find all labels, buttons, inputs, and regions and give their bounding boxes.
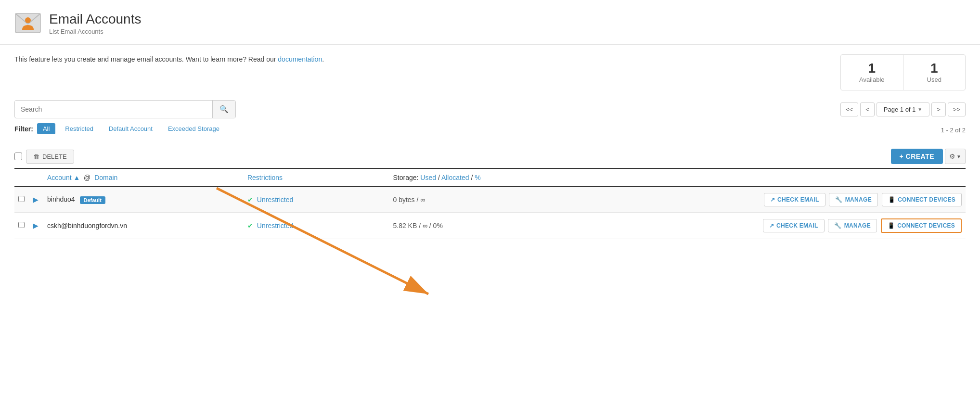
row2-account-cell: cskh@binhduongfordvn.vn <box>43 213 244 239</box>
pagination-first-button[interactable]: << <box>840 102 858 116</box>
row1-check-email-icon: ↗ <box>770 196 775 203</box>
row2-expand-cell[interactable]: ▶ <box>29 213 43 239</box>
select-all-checkbox[interactable] <box>14 153 22 160</box>
documentation-link[interactable]: documentation <box>278 55 322 63</box>
row1-expand-cell[interactable]: ▶ <box>29 187 43 213</box>
description-after-link: . <box>322 55 324 63</box>
th-checkbox <box>14 169 29 187</box>
pagination-prev-button[interactable]: < <box>860 102 875 116</box>
pagination-last-button[interactable]: >> <box>948 102 966 116</box>
create-button[interactable]: + CREATE <box>891 149 943 164</box>
row2-check-icon: ✔ <box>247 222 253 230</box>
storage-sep2: / <box>471 174 475 181</box>
gear-icon: ⚙ <box>949 153 955 160</box>
sort-percent-link[interactable]: % <box>475 174 480 181</box>
row2-connect-icon: 📱 <box>888 222 895 229</box>
email-accounts-icon <box>14 10 41 37</box>
settings-chevron: ▼ <box>956 154 961 159</box>
row2-restriction-link[interactable]: Unrestricted <box>257 222 293 230</box>
row1-checkbox-cell <box>14 187 29 213</box>
pagination-next-button[interactable]: > <box>931 102 946 116</box>
storage-label: Storage: <box>393 174 420 181</box>
search-button[interactable]: 🔍 <box>212 101 235 118</box>
search-input[interactable] <box>15 101 212 117</box>
sort-account-link[interactable]: Account ▲ <box>47 174 80 181</box>
row2-check-email-button[interactable]: ↗ CHECK EMAIL <box>763 219 825 232</box>
filter-row: Filter: All Restricted Default Account E… <box>14 123 225 134</box>
row1-storage-text: 0 bytes / ∞ <box>393 196 425 204</box>
email-table: Account ▲ @ Domain Restrictions Storage:… <box>14 169 966 239</box>
row1-check-icon: ✔ <box>247 196 253 204</box>
row1-checkbox[interactable] <box>18 196 25 202</box>
page-text: Page 1 of 1 <box>884 106 916 113</box>
row1-default-badge: Default <box>80 196 105 204</box>
row2-checkbox-cell <box>14 213 29 239</box>
row2-account-name: cskh@binhduongfordvn.vn <box>47 222 127 230</box>
sort-allocated-link[interactable]: Allocated <box>441 174 469 181</box>
table-row: ▶ cskh@binhduongfordvn.vn ✔ Unrestricted… <box>14 213 966 239</box>
records-count: 1 - 2 of 2 <box>941 127 966 134</box>
row2-connect-devices-button[interactable]: 📱 CONNECT DEVICES <box>881 218 962 233</box>
row1-restriction-link[interactable]: Unrestricted <box>257 196 293 204</box>
toolbar-right: + CREATE ⚙ ▼ <box>891 149 966 164</box>
row1-expand-icon: ▶ <box>33 196 38 204</box>
page-header: Email Accounts List Email Accounts <box>0 0 980 45</box>
row1-storage-cell: 0 bytes / ∞ <box>389 187 571 213</box>
svg-point-1 <box>25 17 31 23</box>
page-indicator[interactable]: Page 1 of 1 ▼ <box>877 102 929 116</box>
description-text: This feature lets you create and manage … <box>14 54 324 64</box>
used-number: 1 <box>913 62 956 75</box>
row2-check-email-icon: ↗ <box>769 222 774 229</box>
delete-button[interactable]: 🗑 DELETE <box>26 150 74 164</box>
toolbar-left: 🗑 DELETE <box>14 150 74 164</box>
email-table-container: Account ▲ @ Domain Restrictions Storage:… <box>14 169 966 239</box>
pagination-controls: << < Page 1 of 1 ▼ > >> <box>840 102 966 116</box>
row1-account-name: binhduo4 <box>47 195 75 203</box>
row1-check-email-button[interactable]: ↗ CHECK EMAIL <box>764 193 825 206</box>
row2-manage-button[interactable]: 🔧 MANAGE <box>828 219 877 232</box>
toolbar-row: 🗑 DELETE + CREATE ⚙ ▼ <box>14 145 966 169</box>
row2-checkbox[interactable] <box>18 222 25 228</box>
description-row: This feature lets you create and manage … <box>14 54 966 90</box>
trash-icon: 🗑 <box>33 153 39 160</box>
row1-connect-devices-button[interactable]: 📱 CONNECT DEVICES <box>882 193 962 206</box>
available-stat: 1 Available <box>841 55 903 90</box>
row1-connect-icon: 📱 <box>888 196 895 203</box>
filter-all-button[interactable]: All <box>37 123 55 134</box>
used-label: Used <box>913 76 956 83</box>
sort-domain-link[interactable]: Domain <box>94 174 117 181</box>
th-expand <box>29 169 43 187</box>
filter-default-button[interactable]: Default Account <box>103 123 158 134</box>
used-stat: 1 Used <box>903 55 966 90</box>
stats-box: 1 Available 1 Used <box>840 54 966 90</box>
th-restrictions: Restrictions <box>244 169 389 187</box>
row1-account-cell: binhduo4 Default <box>43 187 244 213</box>
search-box: 🔍 <box>14 100 236 118</box>
row2-actions-cell: ↗ CHECK EMAIL 🔧 MANAGE 📱 CONNECT DEVICES <box>571 213 966 239</box>
row2-restriction-cell: ✔ Unrestricted <box>244 213 389 239</box>
search-pagination-row: 🔍 << < Page 1 of 1 ▼ > >> <box>14 100 966 118</box>
filter-restricted-button[interactable]: Restricted <box>59 123 99 134</box>
filter-label: Filter: <box>14 125 33 133</box>
page-title: Email Accounts <box>49 11 141 27</box>
storage-sep1: / <box>438 174 441 181</box>
row1-restriction-cell: ✔ Unrestricted <box>244 187 389 213</box>
delete-label: DELETE <box>42 153 67 160</box>
row2-storage-cell: 5.82 KB / ∞ / 0% <box>389 213 571 239</box>
th-actions <box>571 169 966 187</box>
available-label: Available <box>851 76 893 83</box>
row1-manage-button[interactable]: 🔧 MANAGE <box>829 193 877 206</box>
header-text-block: Email Accounts List Email Accounts <box>49 11 141 36</box>
row2-storage-text: 5.82 KB / ∞ / 0% <box>393 222 442 230</box>
th-storage: Storage: Used / Allocated / % <box>389 169 571 187</box>
description-before-link: This feature lets you create and manage … <box>14 55 278 63</box>
row1-manage-icon: 🔧 <box>835 196 842 203</box>
page-subtitle: List Email Accounts <box>49 28 141 35</box>
sort-used-link[interactable]: Used <box>420 174 436 181</box>
page-indicator-chevron: ▼ <box>917 107 922 112</box>
row2-manage-icon: 🔧 <box>834 222 841 229</box>
available-number: 1 <box>851 62 893 75</box>
sort-restrictions-link[interactable]: Restrictions <box>247 174 283 181</box>
filter-exceeded-button[interactable]: Exceeded Storage <box>162 123 225 134</box>
settings-button[interactable]: ⚙ ▼ <box>945 149 966 164</box>
